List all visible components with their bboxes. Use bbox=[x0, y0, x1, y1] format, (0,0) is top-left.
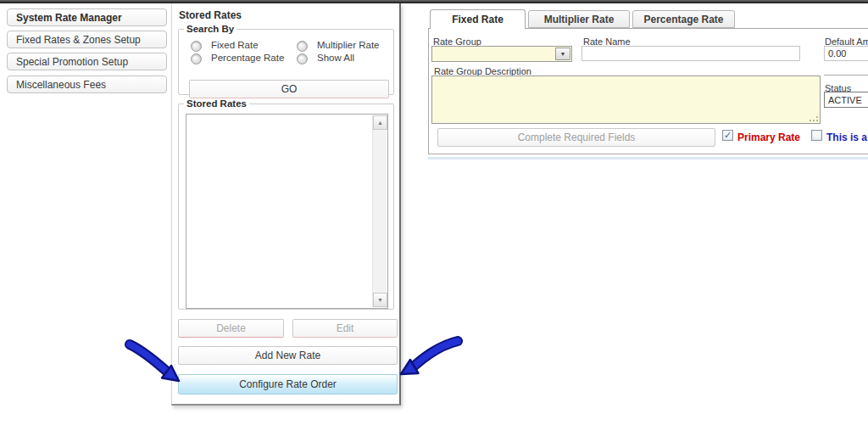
stored-rates-list-legend: Stored Rates bbox=[184, 98, 249, 109]
pointer-arrow-right bbox=[401, 341, 458, 374]
radio-multiplier-rate[interactable] bbox=[297, 41, 308, 52]
stored-rates-list-group: Stored Rates ▲ ▼ bbox=[178, 98, 394, 310]
tab-fixed-rate[interactable]: Fixed Rate bbox=[430, 9, 526, 29]
radio-multiplier-rate-label: Multiplier Rate bbox=[317, 40, 380, 50]
radio-fixed-rate-label: Fixed Rate bbox=[211, 40, 259, 50]
radio-show-all[interactable] bbox=[297, 53, 308, 64]
delete-button[interactable]: Delete bbox=[178, 319, 284, 338]
sidebar-item-system-rate-manager[interactable]: System Rate Manager bbox=[7, 8, 167, 26]
complete-required-fields-button[interactable]: Complete Required Fields bbox=[437, 128, 715, 147]
stored-rates-heading: Stored Rates bbox=[179, 9, 242, 21]
default-amt-input[interactable] bbox=[824, 46, 868, 61]
edit-button[interactable]: Edit bbox=[292, 319, 398, 338]
radio-percentage-rate[interactable] bbox=[191, 53, 202, 64]
this-is-a-va-checkbox-label: This is a VA bbox=[826, 131, 868, 143]
primary-rate-checkbox[interactable]: ✓ bbox=[722, 130, 733, 141]
sidebar-item-label: Fixed Rates & Zones Setup bbox=[16, 34, 141, 46]
tab-multiplier-rate[interactable]: Multiplier Rate bbox=[528, 10, 630, 28]
sidebar-item-fixed-rates-zones-setup[interactable]: Fixed Rates & Zones Setup bbox=[7, 31, 167, 48]
search-by-legend: Search By bbox=[184, 24, 236, 34]
radio-fixed-rate[interactable] bbox=[191, 41, 202, 52]
sidebar-item-label: Special Promotion Setup bbox=[16, 56, 128, 68]
search-by-group: Search By Fixed Rate Multiplier Rate Per… bbox=[178, 24, 394, 95]
resize-grip-icon[interactable] bbox=[810, 114, 818, 121]
radio-show-all-label: Show All bbox=[317, 53, 354, 63]
sidebar-item-label: System Rate Manager bbox=[16, 12, 122, 24]
window-top-edge bbox=[0, 0, 868, 3]
radio-percentage-rate-label: Percentage Rate bbox=[211, 53, 284, 63]
add-new-rate-button[interactable]: Add New Rate bbox=[178, 346, 398, 365]
chevron-down-icon[interactable]: ▼ bbox=[555, 48, 570, 60]
stored-rates-panel: Stored Rates Search By Fixed Rate Multip… bbox=[171, 3, 401, 406]
this-is-a-va-checkbox[interactable] bbox=[811, 130, 822, 141]
rate-name-input[interactable] bbox=[581, 46, 800, 61]
status-section-divider bbox=[824, 75, 868, 76]
go-button[interactable]: GO bbox=[189, 80, 389, 98]
primary-rate-checkbox-label: Primary Rate bbox=[737, 131, 800, 143]
stored-rates-listbox[interactable]: ▲ ▼ bbox=[186, 114, 388, 309]
sidebar-item-special-promotion-setup[interactable]: Special Promotion Setup bbox=[7, 53, 167, 70]
sidebar-item-label: Miscellaneous Fees bbox=[16, 79, 106, 91]
status-input[interactable] bbox=[824, 92, 868, 108]
tab-percentage-rate[interactable]: Percentage Rate bbox=[632, 10, 735, 28]
rate-group-dropdown[interactable]: ▼ bbox=[431, 46, 572, 62]
panel-bottom-shadow bbox=[428, 157, 868, 159]
sidebar-item-miscellaneous-fees[interactable]: Miscellaneous Fees bbox=[7, 76, 167, 93]
scroll-down-icon[interactable]: ▼ bbox=[373, 293, 387, 307]
listbox-scrollbar[interactable]: ▲ ▼ bbox=[372, 115, 387, 307]
rate-group-description-textarea[interactable] bbox=[431, 76, 821, 124]
scroll-up-icon[interactable]: ▲ bbox=[373, 115, 387, 130]
configure-rate-order-button[interactable]: Configure Rate Order bbox=[178, 374, 398, 394]
